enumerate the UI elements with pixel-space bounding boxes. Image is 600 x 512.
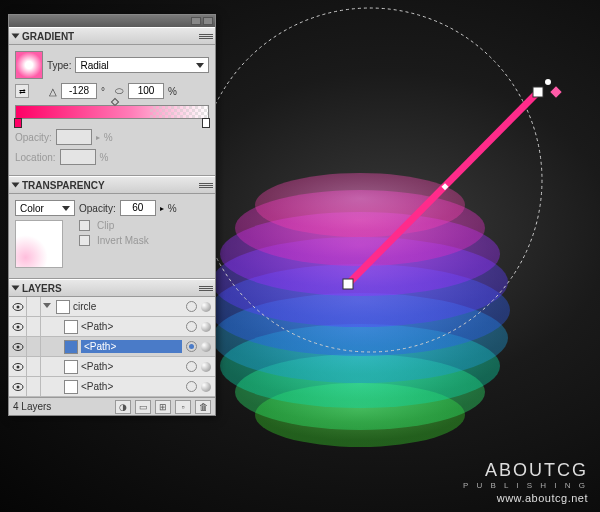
angle-icon: △	[49, 86, 57, 97]
transparency-panel-header[interactable]: TRANSPARENCY	[9, 176, 215, 194]
svg-point-24	[16, 385, 19, 388]
stop-opacity-input	[56, 129, 92, 145]
layer-count: 4 Layers	[13, 401, 51, 412]
layer-row[interactable]: circle	[9, 297, 215, 317]
midpoint-stop[interactable]	[111, 98, 119, 106]
visibility-toggle[interactable]	[9, 317, 27, 337]
layer-thumbnail	[64, 340, 78, 354]
target-icon[interactable]	[186, 301, 197, 312]
visibility-toggle[interactable]	[9, 297, 27, 317]
gradient-title: GRADIENT	[22, 31, 74, 42]
sublayer-row[interactable]: <Path>	[9, 377, 215, 397]
svg-point-8	[255, 173, 465, 237]
target-icon[interactable]	[186, 341, 197, 352]
panel-menu-icon[interactable]	[199, 30, 213, 42]
collapse-icon[interactable]	[191, 17, 201, 25]
new-sublayer-icon[interactable]: ⊞	[155, 400, 171, 414]
selection-indicator	[201, 302, 211, 312]
new-layer-icon[interactable]: ▫	[175, 400, 191, 414]
sublayer-row[interactable]: <Path>	[9, 357, 215, 377]
layer-thumbnail	[64, 320, 78, 334]
type-label: Type:	[47, 60, 71, 71]
gradient-swatch[interactable]	[15, 51, 43, 79]
blend-mode-dropdown[interactable]: Color	[15, 200, 75, 216]
svg-rect-10	[343, 279, 353, 289]
clip-checkbox[interactable]	[79, 220, 90, 231]
trans-opacity-label: Opacity:	[79, 203, 116, 214]
watermark: ABOUTCG P U B L I S H I N G www.aboutcg.…	[463, 460, 588, 504]
sublayer-row[interactable]: <Path>	[9, 317, 215, 337]
artwork-sphere	[210, 173, 510, 447]
make-clipping-mask-icon[interactable]: ▭	[135, 400, 151, 414]
reverse-gradient-icon[interactable]: ⇄	[15, 84, 29, 98]
sublayer-row-selected[interactable]: <Path>	[9, 337, 215, 357]
layers-title: LAYERS	[22, 283, 62, 294]
svg-point-20	[16, 345, 19, 348]
invert-mask-checkbox[interactable]	[79, 235, 90, 246]
transparency-thumbnail[interactable]	[15, 220, 63, 268]
svg-point-16	[16, 305, 19, 308]
opacity-label: Opacity:	[15, 132, 52, 143]
svg-point-12	[545, 79, 551, 85]
location-label: Location:	[15, 152, 56, 163]
target-icon[interactable]	[186, 321, 197, 332]
svg-point-22	[16, 365, 19, 368]
aspect-input[interactable]: 100	[128, 83, 164, 99]
visibility-toggle[interactable]	[9, 357, 27, 377]
disclosure-icon	[12, 183, 20, 188]
target-icon[interactable]	[186, 361, 197, 372]
layer-thumbnail	[64, 380, 78, 394]
transparency-title: TRANSPARENCY	[22, 180, 105, 191]
delete-layer-icon[interactable]: 🗑	[195, 400, 211, 414]
disclosure-icon	[12, 34, 20, 39]
target-icon[interactable]	[186, 381, 197, 392]
panel-menu-icon[interactable]	[199, 179, 213, 191]
disclosure-icon	[12, 286, 20, 291]
gradient-panel-header[interactable]: GRADIENT	[9, 27, 215, 45]
svg-point-18	[16, 325, 19, 328]
trans-opacity-input[interactable]: 60	[120, 200, 156, 216]
lock-column[interactable]	[27, 297, 41, 317]
panel-titlebar[interactable]	[9, 15, 215, 27]
visibility-toggle[interactable]	[9, 337, 27, 357]
layer-disclosure-icon[interactable]	[43, 303, 51, 311]
visibility-toggle[interactable]	[9, 377, 27, 397]
svg-rect-13	[550, 86, 561, 97]
layer-thumbnail	[56, 300, 70, 314]
panel-menu-icon[interactable]	[199, 282, 213, 294]
angle-input[interactable]: -128	[61, 83, 97, 99]
close-icon[interactable]	[203, 17, 213, 25]
svg-rect-11	[533, 87, 543, 97]
locate-object-icon[interactable]: ◑	[115, 400, 131, 414]
layers-panel-header[interactable]: LAYERS	[9, 279, 215, 297]
color-stop-right[interactable]	[202, 118, 210, 128]
gradient-ramp[interactable]	[15, 105, 209, 119]
color-stop-left[interactable]	[14, 118, 22, 128]
aspect-icon: ⬭	[115, 85, 124, 97]
stop-location-input	[60, 149, 96, 165]
gradient-type-dropdown[interactable]: Radial	[75, 57, 209, 73]
layers-footer: 4 Layers ◑ ▭ ⊞ ▫ 🗑	[9, 397, 215, 415]
layer-thumbnail	[64, 360, 78, 374]
